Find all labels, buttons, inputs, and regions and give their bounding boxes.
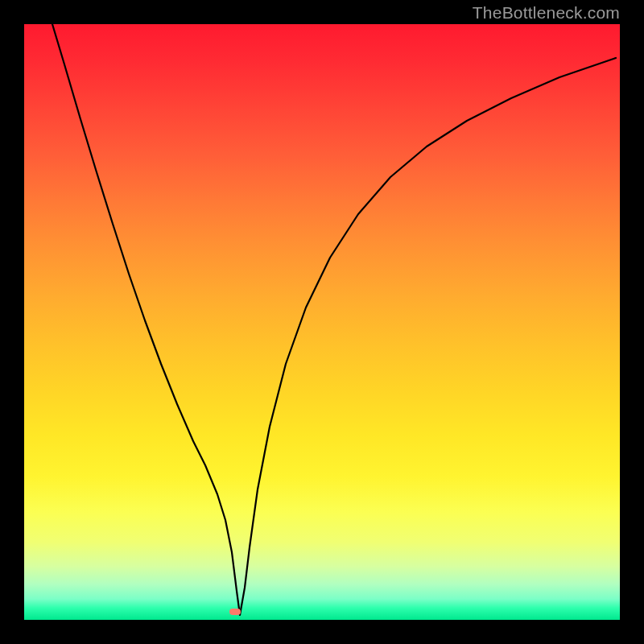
min-marker: [229, 609, 241, 615]
bottleneck-curve: [24, 24, 620, 620]
chart-frame: TheBottleneck.com: [0, 0, 644, 644]
plot-area: [24, 24, 620, 620]
watermark-text: TheBottleneck.com: [473, 3, 620, 23]
